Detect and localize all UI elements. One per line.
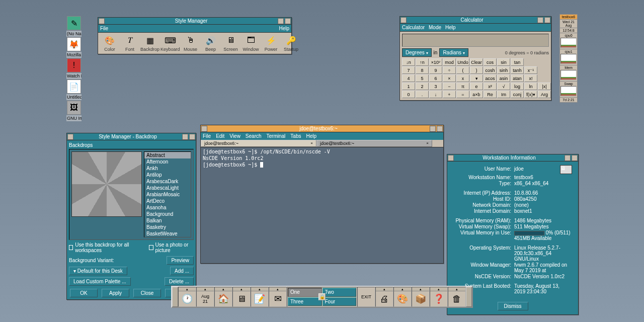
- calc-key[interactable]: sin: [497, 58, 510, 66]
- calc-key[interactable]: acos: [484, 74, 497, 82]
- backdrop-item[interactable]: Abstract: [144, 152, 191, 158]
- panel-exit-slot[interactable]: EXIT: [357, 287, 375, 307]
- calc-key[interactable]: Im: [497, 91, 510, 98]
- add-button[interactable]: Add ...: [170, 267, 194, 275]
- desktop-icon-mozilla[interactable]: 🦊Mozilla: [66, 37, 82, 58]
- calc-key[interactable]: tanh: [511, 66, 524, 74]
- calc-key[interactable]: cosh: [484, 66, 497, 74]
- minimize-button[interactable]: [537, 17, 543, 23]
- calc-key[interactable]: tan: [511, 58, 524, 66]
- calc-key[interactable]: log: [511, 83, 524, 90]
- calc-key[interactable]: ↓n: [402, 58, 415, 66]
- mode-to-select[interactable]: Radians ▾: [439, 48, 468, 57]
- calc-key[interactable]: 3: [429, 83, 442, 90]
- menu-file[interactable]: File: [100, 26, 108, 31]
- minimize-button[interactable]: [182, 134, 188, 140]
- window-menu-button[interactable]: [448, 155, 454, 161]
- calc-key[interactable]: 8: [416, 66, 429, 74]
- backdrop-item[interactable]: Ankh: [144, 165, 191, 172]
- calc-key[interactable]: π: [456, 83, 469, 90]
- calc-key[interactable]: e: [470, 83, 483, 90]
- style-item-font[interactable]: 𝑇Font: [120, 35, 139, 52]
- calc-key[interactable]: ÷: [443, 66, 456, 74]
- backdrop-item[interactable]: Background: [144, 211, 191, 217]
- calc-key[interactable]: 1: [402, 83, 415, 90]
- backdrop-item[interactable]: Basketry: [144, 224, 191, 230]
- variant-select[interactable]: ▾ Default for this Desk: [69, 267, 127, 275]
- menu-help[interactable]: Help: [445, 25, 456, 30]
- style-item-power[interactable]: ⚡Power: [262, 35, 281, 52]
- tab-close-icon[interactable]: ×: [310, 141, 313, 145]
- panel-home-slot[interactable]: ▴🏠: [214, 287, 232, 307]
- panel-endcap-right[interactable]: [466, 287, 472, 307]
- ok-button[interactable]: OK: [70, 289, 98, 297]
- panel-calendar-slot[interactable]: ▴Aug21: [196, 287, 214, 307]
- calc-key[interactable]: (: [456, 66, 469, 74]
- window-menu-button[interactable]: [67, 134, 73, 140]
- panel-clock-slot[interactable]: ▴🕐: [178, 287, 196, 307]
- close-button[interactable]: Close: [133, 289, 161, 297]
- calc-key[interactable]: conj: [511, 91, 524, 98]
- lock-button[interactable]: 🔒: [318, 293, 326, 300]
- backdrop-item[interactable]: ArabianMosaic: [144, 191, 191, 198]
- calc-key[interactable]: .: [416, 91, 429, 98]
- calc-key[interactable]: x⁻¹: [524, 66, 537, 74]
- terminal-content[interactable]: [jdoe@testbox6 ~]$ /opt/NsCDE/bin/nscde …: [201, 147, 443, 263]
- panel-style-slot[interactable]: ▴🎨: [393, 287, 412, 307]
- dismiss-button[interactable]: Dismiss: [498, 302, 528, 310]
- backdrop-titlebar[interactable]: Style Manager - Backdrop: [67, 133, 196, 140]
- calc-key[interactable]: 4: [402, 74, 415, 82]
- style-item-keyboard[interactable]: ⌨Keyboard: [160, 35, 180, 52]
- calc-key[interactable]: cos: [484, 58, 497, 66]
- panel-trash-slot[interactable]: ▴🗑: [448, 287, 466, 307]
- calc-key[interactable]: ▾: [470, 74, 483, 82]
- calc-key[interactable]: Undo: [456, 58, 469, 66]
- desktop-icon-untitled1[interactable]: 📄Untitled 1: [66, 79, 82, 100]
- backdrop-item[interactable]: Asanoha: [144, 204, 191, 211]
- minimize-button[interactable]: [565, 155, 571, 161]
- style-item-beep[interactable]: 🔊Beep: [201, 35, 220, 52]
- style-item-startup[interactable]: 🔑Startup: [282, 35, 301, 52]
- style-item-mouse[interactable]: 🖱Mouse: [181, 35, 200, 52]
- workspace-one[interactable]: One: [288, 288, 322, 297]
- menu-terminal[interactable]: Terminal: [267, 133, 286, 139]
- calc-key[interactable]: ↓: [429, 91, 442, 98]
- calc-key[interactable]: Clear: [470, 58, 483, 66]
- calc-key[interactable]: x²: [484, 83, 497, 90]
- panel-print-slot[interactable]: ▴🖨: [375, 287, 393, 307]
- maximize-button[interactable]: [285, 18, 291, 24]
- calc-key[interactable]: x: [456, 74, 469, 82]
- style-item-screen[interactable]: 🖥Screen: [221, 35, 240, 52]
- terminal-tab[interactable]: jdoe@testbox6:~ ×: [316, 140, 432, 147]
- workstation-titlebar[interactable]: Workstation Information: [447, 154, 578, 162]
- calc-key[interactable]: atan: [511, 74, 524, 82]
- menu-view[interactable]: View: [229, 133, 240, 139]
- style-item-color[interactable]: 🎨Color: [100, 35, 119, 52]
- backdrop-item[interactable]: ArabescaDark: [144, 178, 191, 185]
- maximize-button[interactable]: [189, 134, 195, 140]
- calc-key[interactable]: 6: [429, 74, 442, 82]
- workspace-three[interactable]: Three: [288, 297, 322, 306]
- calc-key[interactable]: Arg: [538, 91, 551, 98]
- backdrop-item[interactable]: ArabescaLight: [144, 185, 191, 191]
- window-menu-button[interactable]: [400, 17, 407, 23]
- delete-button[interactable]: Delete ...: [165, 277, 194, 286]
- style-manager-titlebar[interactable]: Style Manager: [98, 18, 291, 25]
- apply-button[interactable]: Apply: [102, 289, 129, 297]
- minimize-button[interactable]: [278, 18, 284, 24]
- check-all-workspaces[interactable]: Use this backdrop for all workspaces: [69, 242, 139, 253]
- calc-key[interactable]: =: [456, 91, 469, 98]
- calc-key[interactable]: x!: [524, 74, 537, 82]
- panel-mail-slot[interactable]: ▴✉: [269, 287, 287, 307]
- calc-key[interactable]: +: [443, 91, 456, 98]
- calc-key[interactable]: ×10ʸ: [429, 58, 442, 66]
- calc-key[interactable]: ×: [443, 74, 456, 82]
- calc-key[interactable]: 7: [402, 66, 415, 74]
- panel-terminal-slot[interactable]: ▴🖥: [232, 287, 251, 307]
- calc-key[interactable]: a×b: [470, 91, 483, 98]
- calc-key[interactable]: −: [443, 83, 456, 90]
- calc-key[interactable]: sinh: [497, 66, 510, 74]
- desktop-icon-watche[interactable]: !Watch E: [66, 58, 82, 79]
- menu-edit[interactable]: Edit: [216, 133, 224, 139]
- calc-key[interactable]: f(x)▾: [524, 91, 537, 98]
